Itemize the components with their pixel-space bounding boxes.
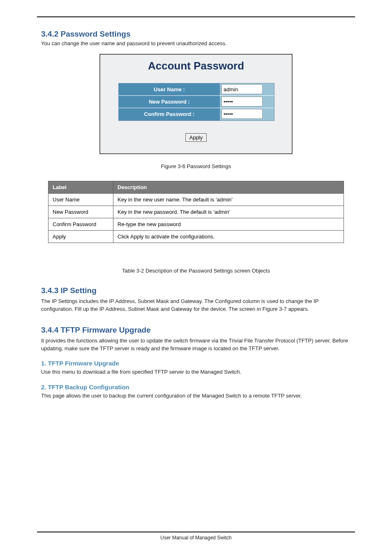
tftp-sub1-desc: Use this menu to download a file from sp… [41,368,351,376]
th-label: Label [48,181,113,194]
input-confpw[interactable] [221,109,263,119]
iptime-heading: 3.4.3 IP Setting [41,286,355,295]
iptime-desc: The IP Settings includes the IP Address,… [41,298,351,313]
label-confpw: Confirm Password : [119,108,220,120]
input-newpw[interactable] [221,97,263,106]
section-heading: 3.4.2 Password Settings [41,30,355,39]
row-newpw: New Password : [119,96,274,108]
table-row: Apply Click Apply to activate the config… [48,231,344,243]
td-desc: Key in the new user name. The default is… [113,194,344,206]
td-label: User Name [48,194,113,206]
cell-confpw [220,108,274,120]
td-desc: Key in the new password. The default is … [113,206,344,218]
tftp-sub1-heading: 1. TFTP Firmware Upgrade [41,360,355,367]
td-label: Apply [48,231,113,243]
td-label: Confirm Password [48,218,113,231]
figure-title: Account Password [100,55,292,83]
label-newpw: New Password : [119,96,220,108]
td-label: New Password [48,206,113,218]
td-desc: Re-type the new password [113,218,344,231]
input-username[interactable] [221,84,263,94]
cell-newpw [220,96,274,108]
table-row: User Name Key in the new user name. The … [48,194,344,206]
table-caption: Table 3-2 Description of the Password Se… [37,268,355,274]
password-figure: Account Password User Name : New Passwor… [99,54,293,154]
label-username: User Name : [119,83,220,95]
password-form: User Name : New Password : Confirm Passw… [118,83,274,121]
page-footer: User Manual of Managed Switch [37,532,355,541]
th-desc: Description [113,181,344,194]
tftp-heading: 3.4.4 TFTP Firmware Upgrade [41,326,355,335]
tftp-desc: It provides the functions allowing the u… [41,337,351,353]
apply-row: Apply [100,121,292,142]
tftp-sub2-desc: This page allows the user to backup the … [41,392,351,400]
table-row: New Password Key in the new password. Th… [48,206,344,218]
row-username: User Name : [119,83,274,96]
td-desc: Click Apply to activate the configuratio… [113,231,344,243]
top-rule [37,16,355,17]
cell-username [220,83,274,95]
section-desc: You can change the user name and passwor… [41,40,355,46]
apply-button[interactable]: Apply [185,133,207,142]
description-table: Label Description User Name Key in the n… [48,181,344,243]
tftp-sub2-heading: 2. TFTP Backup Configuration [41,384,355,391]
figure-caption: Figure 3-6 Password Settings [37,163,355,169]
row-confpw: Confirm Password : [119,108,274,120]
table-row: Confirm Password Re-type the new passwor… [48,218,344,231]
